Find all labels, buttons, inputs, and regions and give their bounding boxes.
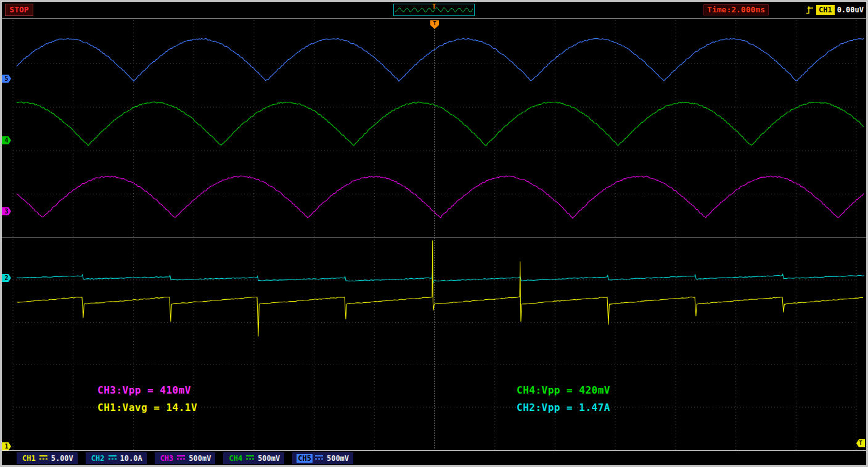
channel-readout-name-5: CH5 (297, 454, 313, 463)
measurement-ch4-vpp: CH4:Vpp = 420mV (517, 384, 610, 396)
dc-coupling-icon-5 (315, 455, 323, 461)
channel-scale-value: 5.00V (51, 454, 73, 463)
channel-readout-ch2[interactable]: CH2 10.0A (86, 452, 147, 464)
channel-readout-ch4[interactable]: CH4 500mV (223, 452, 284, 464)
channel-scale-value: 500mV (327, 454, 349, 463)
trigger-source-badge: CH1 (816, 5, 835, 15)
channel-scale-value: 500mV (189, 454, 211, 463)
trigger-readout: CH1 0.00uV (806, 4, 864, 16)
waveform-preview[interactable]: T (393, 4, 475, 16)
channel-status-bar: CH1 5.00V CH2 10.0A CH3 500mV CH4 500mV … (2, 451, 866, 465)
edge-trigger-icon (806, 6, 814, 15)
channel-readout-name-1: CH1 (21, 454, 37, 463)
channel-scale-value: 500mV (258, 454, 280, 463)
trigger-level-readout: 0.00uV (837, 6, 864, 14)
channel-readout-ch1[interactable]: CH1 5.00V (17, 452, 78, 464)
dc-coupling-icon-3 (177, 455, 185, 461)
dc-coupling-icon-1 (39, 455, 47, 461)
measurement-ch1-vavg: CH1:Vavg = 14.1V (97, 402, 197, 413)
channel-scale-value: 10.0A (120, 454, 142, 463)
acquisition-stop-button[interactable]: STOP (5, 4, 33, 16)
top-status-bar: STOP T Time:2.000ms CH1 0.00uV (2, 2, 866, 19)
channel-readout-name-3: CH3 (159, 454, 175, 463)
oscilloscope-window: STOP T Time:2.000ms CH1 0.00uV CH3:Vpp =… (0, 0, 868, 467)
timebase-readout: Time:2.000ms (703, 4, 769, 15)
scope-display: CH3:Vpp = 410mV CH1:Vavg = 14.1V CH4:Vpp… (2, 19, 866, 451)
channel-readout-name-2: CH2 (90, 454, 106, 463)
channel-readout-name-4: CH4 (227, 454, 244, 463)
dc-coupling-icon-2 (108, 455, 117, 461)
measurement-ch3-vpp: CH3:Vpp = 410mV (97, 384, 191, 396)
preview-trigger-marker: T (432, 4, 436, 10)
dc-coupling-icon-4 (246, 455, 254, 461)
channel-readout-ch3[interactable]: CH3 500mV (155, 452, 216, 464)
measurement-ch2-vpp: CH2:Vpp = 1.47A (517, 402, 610, 413)
channel-readout-ch5[interactable]: CH5 500mV (292, 452, 353, 464)
